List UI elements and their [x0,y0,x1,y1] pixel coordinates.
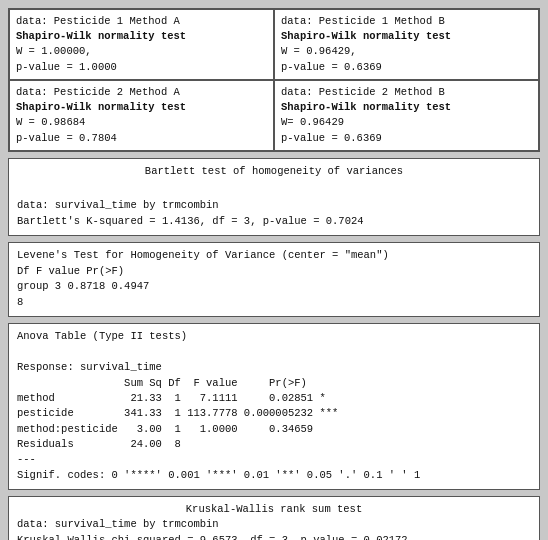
normality-cell4-line3: p-value = 0.6369 [281,132,382,144]
normality-cell2-line2: W = 0.96429, [281,45,357,57]
normality-cell3-line1: Shapiro-Wilk normality test [16,101,186,113]
anova-residuals: Residuals 24.00 8 [17,437,531,452]
anova-method: method 21.33 1 7.1111 0.02851 * [17,391,531,406]
levene-title: Levene's Test for Homogeneity of Varianc… [17,249,389,261]
normality-cell3-line3: p-value = 0.7804 [16,132,117,144]
normality-cell-3: data: Pesticide 2 Method A Shapiro-Wilk … [9,80,274,151]
bartlett-line2: Bartlett's K-squared = 1.4136, df = 3, p… [17,215,364,227]
anova-pesticide: pesticide 341.33 1 113.7778 0.000005232 … [17,406,531,421]
levene-row1: group 3 0.8718 0.4947 [17,280,149,292]
anova-header: Sum Sq Df F value Pr(>F) [17,376,531,391]
kruskal-title: Kruskal-Wallis rank sum test [17,502,531,518]
normality-cell3-line2: W = 0.98684 [16,116,85,128]
normality-cell2-line3: p-value = 0.6369 [281,61,382,73]
levene-box: Levene's Test for Homogeneity of Varianc… [8,242,540,317]
normality-cell4-line1: Shapiro-Wilk normality test [281,101,451,113]
normality-cell3-title: data: Pesticide 2 Method A [16,86,180,98]
normality-cell-1: data: Pesticide 1 Method A Shapiro-Wilk … [9,9,274,80]
anova-box: Anova Table (Type II tests) Response: su… [8,323,540,490]
normality-cell1-line3: p-value = 1.0000 [16,61,117,73]
normality-cell2-title: data: Pesticide 1 Method B [281,15,445,27]
kruskal-line2: Kruskal-Wallis chi-squared = 9.6573, df … [17,534,408,540]
anova-sep: --- [17,453,36,465]
kruskal-box: Kruskal-Wallis rank sum test data: survi… [8,496,540,540]
anova-response: Response: survival_time [17,361,162,373]
anova-signif: Signif. codes: 0 '****' 0.001 '***' 0.01… [17,469,420,481]
levene-row2: 8 [17,296,23,308]
normality-cell-2: data: Pesticide 1 Method B Shapiro-Wilk … [274,9,539,80]
normality-cell-4: data: Pesticide 2 Method B Shapiro-Wilk … [274,80,539,151]
normality-cell4-line2: W= 0.96429 [281,116,344,128]
levene-header: Df F value Pr(>F) [17,265,124,277]
anova-title: Anova Table (Type II tests) [17,330,187,342]
normality-cell1-title: data: Pesticide 1 Method A [16,15,180,27]
bartlett-box: Bartlett test of homogeneity of variance… [8,158,540,236]
bartlett-title: Bartlett test of homogeneity of variance… [17,164,531,180]
kruskal-line1: data: survival_time by trmcombin [17,518,219,530]
anova-interaction: method:pesticide 3.00 1 1.0000 0.34659 [17,422,531,437]
normality-cell2-line1: Shapiro-Wilk normality test [281,30,451,42]
normality-cell4-title: data: Pesticide 2 Method B [281,86,445,98]
normality-cell1-line1: Shapiro-Wilk normality test [16,30,186,42]
normality-cell1-line2: W = 1.00000, [16,45,92,57]
bartlett-line1: data: survival_time by trmcombin [17,199,219,211]
normality-grid: data: Pesticide 1 Method A Shapiro-Wilk … [8,8,540,152]
main-container: data: Pesticide 1 Method A Shapiro-Wilk … [8,8,540,540]
